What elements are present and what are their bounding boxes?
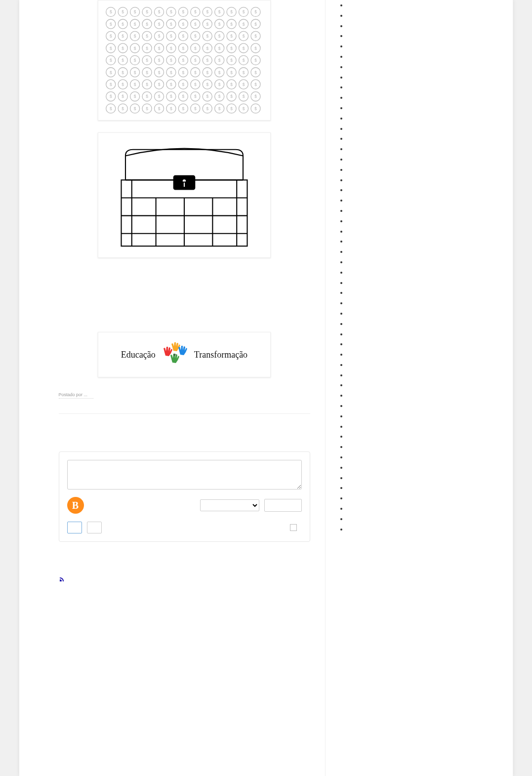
profile-select[interactable] — [200, 499, 259, 511]
sidebar-list — [335, 0, 503, 534]
handprints-icon: e — [158, 342, 192, 367]
sidebar-item[interactable] — [347, 493, 503, 503]
sidebar-item[interactable] — [347, 21, 503, 31]
sidebar-item[interactable] — [347, 62, 503, 72]
svg-text:e: e — [174, 352, 176, 357]
svg-text:$: $ — [254, 70, 257, 75]
sidebar-item[interactable] — [347, 514, 503, 524]
svg-text:$: $ — [134, 22, 136, 27]
sidebar-item[interactable] — [347, 442, 503, 452]
sidebar-item[interactable] — [347, 164, 503, 175]
svg-text:$: $ — [122, 22, 124, 27]
svg-text:$: $ — [206, 70, 208, 75]
svg-text:$: $ — [218, 58, 221, 63]
page: $$$$$$$$$$$$$$$$$$$$$$$$$$$$$$$$$$$$$$$$… — [19, 0, 513, 776]
sidebar-item[interactable] — [347, 473, 503, 483]
sidebar-item[interactable] — [347, 123, 503, 134]
svg-text:$: $ — [230, 58, 233, 63]
sidebar-item[interactable] — [347, 175, 503, 185]
logo-word-left: Educação — [121, 350, 156, 360]
svg-text:$: $ — [254, 46, 257, 51]
post-image-chest[interactable] — [98, 132, 271, 258]
svg-text:$: $ — [182, 82, 185, 87]
svg-text:$: $ — [134, 94, 136, 99]
sidebar-item[interactable] — [347, 154, 503, 164]
sidebar-item[interactable] — [347, 10, 503, 21]
svg-text:$: $ — [230, 82, 233, 87]
sidebar-item[interactable] — [347, 0, 503, 10]
sidebar-item[interactable] — [347, 82, 503, 92]
svg-text:$: $ — [134, 70, 136, 75]
svg-text:$: $ — [182, 34, 185, 39]
sidebar-item[interactable] — [347, 524, 503, 534]
svg-text:$: $ — [170, 9, 172, 14]
svg-text:$: $ — [254, 82, 257, 87]
sidebar-item[interactable] — [347, 308, 503, 319]
svg-text:$: $ — [194, 58, 197, 63]
sidebar-item[interactable] — [347, 401, 503, 411]
sidebar-item[interactable] — [347, 144, 503, 154]
sidebar-item[interactable] — [347, 41, 503, 51]
sidebar-item[interactable] — [347, 278, 503, 288]
post-image-coins[interactable]: $$$$$$$$$$$$$$$$$$$$$$$$$$$$$$$$$$$$$$$$… — [98, 0, 271, 121]
preview-button[interactable] — [87, 522, 102, 533]
sidebar-item[interactable] — [347, 195, 503, 205]
sidebar-item[interactable] — [347, 483, 503, 493]
sidebar-item[interactable] — [347, 287, 503, 298]
sidebar-item[interactable] — [347, 226, 503, 237]
blog-logo[interactable]: Educação e Transformação — [98, 332, 271, 377]
sidebar-item[interactable] — [347, 421, 503, 432]
comment-textarea[interactable] — [67, 460, 302, 490]
notify-checkbox[interactable] — [290, 524, 297, 531]
sidebar-item[interactable] — [347, 452, 503, 462]
comment-heading — [59, 429, 310, 437]
sidebar-item[interactable] — [347, 411, 503, 421]
svg-text:$: $ — [194, 22, 197, 27]
sidebar-item[interactable] — [347, 380, 503, 390]
sidebar-item[interactable] — [347, 267, 503, 278]
subscribe-link[interactable] — [59, 576, 310, 582]
svg-text:$: $ — [254, 34, 257, 39]
svg-point-248 — [59, 580, 60, 581]
sidebar-item[interactable] — [347, 257, 503, 267]
sidebar-item[interactable] — [347, 72, 503, 82]
sidebar-item[interactable] — [347, 51, 503, 62]
svg-text:$: $ — [194, 34, 197, 39]
sidebar-item[interactable] — [347, 92, 503, 103]
sidebar-item[interactable] — [347, 319, 503, 329]
sidebar-item[interactable] — [347, 31, 503, 41]
svg-text:$: $ — [218, 9, 221, 14]
sidebar-item[interactable] — [347, 370, 503, 380]
sidebar-item[interactable] — [347, 236, 503, 246]
sidebar-item[interactable] — [347, 133, 503, 144]
sidebar-item[interactable] — [347, 216, 503, 226]
post-separator — [59, 413, 310, 414]
comment-small-input[interactable] — [264, 499, 302, 512]
sidebar-item[interactable] — [347, 349, 503, 360]
sidebar-item[interactable] — [347, 503, 503, 514]
svg-text:$: $ — [243, 46, 245, 51]
svg-text:$: $ — [158, 34, 161, 39]
svg-text:$: $ — [110, 106, 112, 111]
svg-rect-246 — [183, 182, 185, 187]
logo-word-right: Transformação — [194, 350, 247, 360]
sidebar-item[interactable] — [347, 298, 503, 308]
svg-text:$: $ — [110, 94, 112, 99]
sidebar-item[interactable] — [347, 339, 503, 349]
sidebar-item[interactable] — [347, 205, 503, 216]
svg-text:$: $ — [182, 9, 185, 14]
publish-button[interactable] — [67, 522, 82, 533]
sidebar-item[interactable] — [347, 329, 503, 339]
svg-text:$: $ — [146, 70, 148, 75]
sidebar-item[interactable] — [347, 431, 503, 442]
sidebar-item[interactable] — [347, 360, 503, 370]
sidebar-item[interactable] — [347, 113, 503, 123]
sidebar-item[interactable] — [347, 103, 503, 113]
sidebar-item[interactable] — [347, 185, 503, 195]
svg-text:$: $ — [206, 46, 208, 51]
svg-text:$: $ — [218, 94, 221, 99]
sidebar-item[interactable] — [347, 246, 503, 257]
svg-text:$: $ — [182, 70, 185, 75]
sidebar-item[interactable] — [347, 462, 503, 473]
sidebar-item[interactable] — [347, 390, 503, 401]
